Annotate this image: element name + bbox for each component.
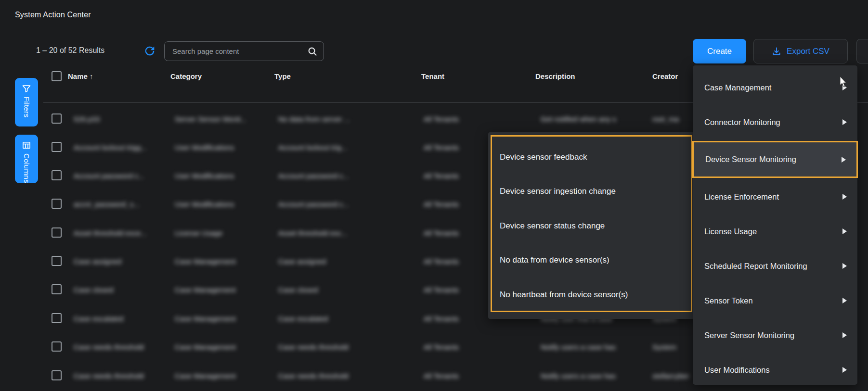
system-action-center-screen: System Action Center 1 – 20 of 52 Result… bbox=[0, 0, 868, 391]
cell-creator: stellarcyber bbox=[652, 371, 693, 379]
search-box bbox=[164, 41, 324, 61]
refresh-icon bbox=[143, 51, 156, 59]
create-button-label: Create bbox=[707, 47, 732, 56]
menu-item-license-usage[interactable]: License Usage bbox=[693, 214, 857, 249]
cell-type: Case escalated bbox=[278, 314, 372, 322]
create-button[interactable]: Create bbox=[693, 39, 746, 63]
menu-item-server-sensor-monitoring[interactable]: Server Sensor Monitoring bbox=[693, 318, 857, 353]
search-icon[interactable] bbox=[307, 46, 318, 57]
chevron-right-icon bbox=[842, 367, 847, 373]
filter-funnel-icon bbox=[22, 84, 31, 93]
cell-description: Get notified when any s bbox=[541, 114, 643, 123]
row-checkbox[interactable] bbox=[52, 341, 62, 352]
page-title: System Action Center bbox=[15, 11, 91, 19]
cell-name: Account password c... bbox=[74, 171, 172, 179]
row-checkbox[interactable] bbox=[52, 114, 62, 124]
create-dropdown-menu: Case Management Connector Monitoring Dev… bbox=[693, 65, 857, 385]
chevron-right-icon bbox=[842, 263, 847, 269]
menu-item-user-modifications[interactable]: User Modifications bbox=[693, 353, 857, 387]
column-header-type[interactable]: Type bbox=[274, 72, 291, 80]
cell-name: Case assigned bbox=[74, 257, 172, 265]
refresh-button[interactable] bbox=[143, 44, 156, 58]
partial-button[interactable] bbox=[856, 39, 868, 63]
menu-item-case-management[interactable]: Case Management bbox=[693, 70, 857, 105]
chevron-right-icon bbox=[842, 119, 847, 125]
cell-category: Case Management bbox=[175, 342, 254, 351]
cell-type: Account lockout trig... bbox=[278, 143, 372, 151]
download-icon bbox=[772, 47, 781, 56]
menu-item-license-enforcement[interactable]: License Enforcement bbox=[693, 179, 857, 214]
cell-type: Asset threshold exc... bbox=[278, 228, 372, 237]
cell-category: Case Management bbox=[175, 371, 254, 379]
select-all-checkbox[interactable] bbox=[52, 71, 62, 81]
export-csv-label: Export CSV bbox=[787, 47, 829, 56]
sort-asc-icon: ↑ bbox=[90, 72, 93, 80]
device-sensor-monitoring-submenu: Device sensor feedback Device sensor ing… bbox=[488, 132, 694, 319]
chevron-right-icon bbox=[842, 228, 847, 234]
export-csv-button[interactable]: Export CSV bbox=[753, 39, 848, 63]
cell-type: Account password c... bbox=[278, 171, 372, 179]
cell-name: Case closed bbox=[74, 285, 172, 293]
cell-category: Case Management bbox=[175, 314, 254, 322]
cell-type: Case assigned bbox=[278, 257, 372, 265]
row-checkbox[interactable] bbox=[52, 227, 62, 238]
cell-type: Case needs threshold bbox=[278, 342, 372, 351]
cell-tenant: All Tenants bbox=[424, 257, 481, 265]
chevron-right-icon bbox=[842, 85, 847, 90]
cell-type: No data from server ... bbox=[278, 114, 372, 123]
menu-item-connector-monitoring[interactable]: Connector Monitoring bbox=[693, 105, 857, 139]
cell-creator: System bbox=[652, 342, 693, 351]
cell-category: Server Sensor Monit... bbox=[175, 114, 254, 123]
cell-category: User Modifications bbox=[175, 171, 254, 179]
row-checkbox[interactable] bbox=[52, 313, 62, 323]
chevron-right-icon bbox=[842, 157, 846, 163]
column-header-creator[interactable]: Creator bbox=[652, 72, 678, 80]
menu-item-scheduled-report-monitoring[interactable]: Scheduled Report Monitoring bbox=[693, 249, 857, 283]
cell-name: Case needs threshold bbox=[74, 371, 172, 379]
submenu-item-device-sensor-ingestion-change[interactable]: Device sensor ingestion change bbox=[488, 175, 694, 209]
cell-creator: root_ma bbox=[652, 114, 693, 123]
cell-name: Asset threshold exce... bbox=[74, 228, 172, 237]
cell-tenant: All Tenants bbox=[424, 171, 481, 179]
cell-tenant: All Tenants bbox=[424, 285, 481, 293]
submenu-item-device-sensor-status-change[interactable]: Device sensor status change bbox=[488, 209, 694, 243]
chevron-right-icon bbox=[842, 298, 847, 303]
row-checkbox[interactable] bbox=[52, 170, 62, 180]
menu-item-sensor-token[interactable]: Sensor Token bbox=[693, 283, 857, 318]
submenu-item-no-data-from-device-sensors[interactable]: No data from device sensor(s) bbox=[488, 243, 694, 278]
cell-category: User Modifications bbox=[175, 143, 254, 151]
column-header-name[interactable]: Name ↑ bbox=[68, 72, 93, 80]
cell-name: Case escalated bbox=[74, 314, 172, 322]
cell-description: Notify users a case has bbox=[541, 342, 643, 351]
column-header-category[interactable]: Category bbox=[170, 72, 202, 80]
cell-name: 526.p33 bbox=[74, 114, 172, 123]
column-header-description[interactable]: Description bbox=[535, 72, 575, 80]
cell-name: Case needs threshold bbox=[74, 342, 172, 351]
cell-category: Case Management bbox=[175, 257, 254, 265]
search-input[interactable] bbox=[171, 47, 307, 56]
cell-category: License Usage bbox=[175, 228, 254, 237]
chevron-right-icon bbox=[842, 332, 847, 338]
cell-tenant: All Tenants bbox=[424, 114, 481, 123]
row-checkbox[interactable] bbox=[52, 199, 62, 209]
cell-type: Case closed bbox=[278, 285, 372, 293]
cell-category: User Modifications bbox=[175, 200, 254, 208]
row-checkbox[interactable] bbox=[52, 142, 62, 152]
cell-category: Case Management bbox=[175, 285, 254, 293]
column-header-tenant[interactable]: Tenant bbox=[421, 72, 444, 80]
cell-type: Case needs threshold bbox=[278, 371, 372, 379]
cell-tenant: All Tenants bbox=[424, 342, 481, 351]
row-checkbox[interactable] bbox=[52, 370, 62, 380]
cell-tenant: All Tenants bbox=[424, 143, 481, 151]
cell-tenant: All Tenants bbox=[424, 314, 481, 322]
submenu-item-no-heartbeat-from-device-sensors[interactable]: No heartbeat from device sensor(s) bbox=[488, 277, 694, 312]
cell-name: Account lockout trigg... bbox=[74, 143, 172, 151]
results-count: 1 – 20 of 52 Results bbox=[36, 46, 104, 55]
menu-item-device-sensor-monitoring[interactable]: Device Sensor Monitoring bbox=[694, 142, 856, 177]
cell-tenant: All Tenants bbox=[424, 228, 481, 237]
cell-tenant: All Tenants bbox=[424, 200, 481, 208]
row-checkbox[interactable] bbox=[52, 284, 62, 294]
cell-description: Notify users a case has bbox=[541, 371, 643, 379]
row-checkbox[interactable] bbox=[52, 256, 62, 266]
submenu-item-device-sensor-feedback[interactable]: Device sensor feedback bbox=[488, 140, 694, 175]
